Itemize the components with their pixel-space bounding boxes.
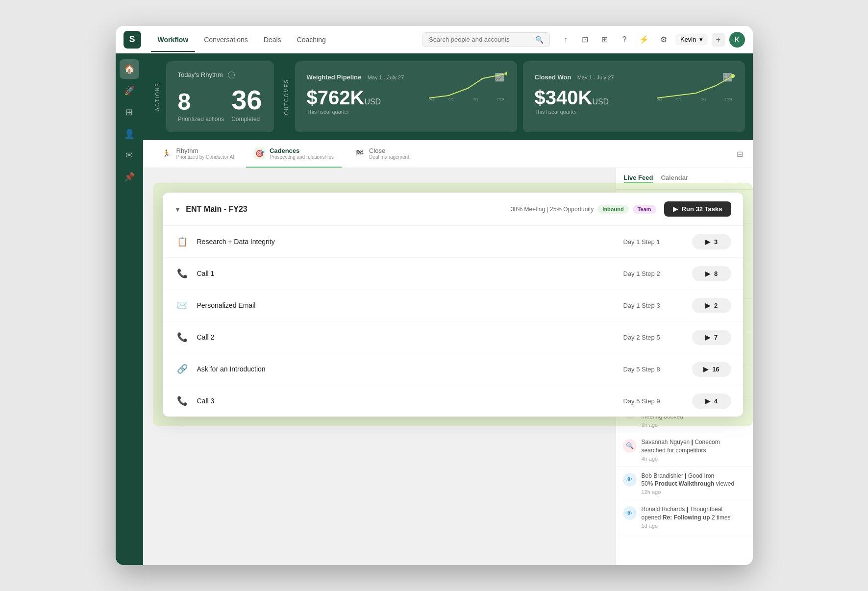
sidebar-rocket[interactable]: 🚀 — [120, 81, 139, 100]
tab-rhythm[interactable]: 🏃 Rhythm Prioritized by Conductor AI — [153, 140, 242, 168]
main-content: ▼ ENT Main - FY23 38% Meeting | 25% Oppo… — [143, 168, 616, 565]
tab-rhythm-label: Rhythm — [176, 147, 234, 154]
svg-text:7/1: 7/1 — [701, 97, 707, 100]
feed-title-8: Bob Brandishier | Good Iron 50% Product … — [642, 472, 746, 489]
tab-close-subtitle: Deal management — [369, 154, 409, 160]
nav-workflow[interactable]: Workflow — [151, 32, 196, 48]
bolt-icon[interactable]: ⚡ — [636, 32, 652, 48]
nav-deals[interactable]: Deals — [257, 32, 288, 48]
pipeline-card: Weighted Pipeline May 1 - July 27 📈 $762… — [295, 61, 517, 132]
chevron-down-icon: ▾ — [699, 36, 703, 43]
research-icon: 📋 — [174, 234, 190, 249]
sidebar-contacts[interactable]: 👤 — [120, 124, 139, 144]
search-bar[interactable]: 🔍 — [422, 32, 550, 47]
cadence-row-call1: 📞 Call 1 Day 1 Step 2 ▶ 8 — [163, 258, 616, 290]
avatar[interactable]: K — [729, 32, 745, 48]
cadence-header: ▼ ENT Main - FY23 38% Meeting | 25% Oppo… — [163, 193, 616, 226]
tabs-row: 🏃 Rhythm Prioritized by Conductor AI 🎯 C… — [143, 140, 753, 168]
cadence-row-call2: 📞 Call 2 Day 2 Step 5 ▶ 7 — [163, 321, 616, 353]
feed-icon-7: 🔍 — [623, 439, 637, 453]
feed-time-7: 4h ago — [642, 456, 746, 462]
closed-won-unit: USD — [592, 98, 609, 106]
closed-won-date: May 1 - July 27 — [577, 74, 614, 80]
tab-live-feed[interactable]: Live Feed — [624, 174, 653, 183]
tabs-right: ⊟ — [737, 149, 743, 159]
live-feed-tabs: Live Feed Calendar — [616, 168, 753, 190]
pipeline-chart: 5/1 6/1 7/1 7/29 — [429, 71, 507, 100]
filter-icon[interactable]: ⊟ — [737, 149, 743, 159]
pipeline-amount-unit: USD — [364, 98, 381, 106]
svg-text:5/1: 5/1 — [429, 97, 435, 100]
sidebar-home[interactable]: 🏠 — [120, 59, 139, 79]
feed-time-8: 12h ago — [642, 489, 746, 495]
nav-icons: ↑ ⊡ ⊞ ? ⚡ ⚙ Kevin ▾ + K — [558, 32, 745, 48]
row-name-email: Personalized Email — [197, 301, 616, 309]
row-name-call2: Call 2 — [197, 333, 616, 341]
sidebar-grid[interactable]: ⊞ — [120, 102, 139, 122]
closed-won-card: Closed Won May 1 - July 27 📈 $340KUSD Th… — [523, 61, 745, 132]
feed-content-9: Ronald Richards | Thoughtbeat opened Re:… — [642, 505, 746, 529]
settings-icon[interactable]: ⚙ — [656, 32, 671, 48]
svg-text:7/1: 7/1 — [473, 97, 479, 100]
cadence-row-research: 📋 Research + Data Integrity Day 1 Step 1… — [163, 226, 616, 258]
tab-calendar[interactable]: Calendar — [661, 174, 688, 183]
user-name: Kevin — [680, 36, 696, 43]
svg-text:7/29: 7/29 — [496, 97, 504, 100]
cadence-stats: 38% Meeting | 25% Opportunity Inbound Te… — [511, 205, 615, 214]
cadence-chevron-icon[interactable]: ▼ — [174, 205, 181, 213]
user-menu[interactable]: Kevin ▾ — [675, 34, 708, 45]
nav-coaching[interactable]: Coaching — [290, 32, 333, 48]
feed-item-9: 👁 Ronald Richards | Thoughtbeat opened R… — [616, 500, 753, 534]
svg-point-0 — [505, 72, 507, 75]
search-icon: 🔍 — [535, 36, 544, 44]
completed-count: 36 — [231, 86, 262, 114]
apps-icon[interactable]: ⊞ — [597, 32, 613, 48]
cadence-row-intro: 🔗 Ask for an Introduction Day 5 Step 8 ▶… — [163, 353, 616, 385]
completed-block: 36 Completed — [231, 86, 262, 123]
call3-icon: 📞 — [174, 393, 190, 409]
pipeline-date: May 1 - July 27 — [368, 74, 404, 80]
feed-item-7: 🔍 Savannah Nguyen | Conecom searched for… — [616, 433, 753, 467]
call1-icon: 📞 — [174, 266, 190, 281]
svg-text:6/1: 6/1 — [676, 97, 682, 100]
outcomes-label: OUTCOMES — [280, 79, 289, 115]
main-layout: 🏠 🚀 ⊞ 👤 ✉ 📌 ACTIONS Today's Rhythm i — [116, 53, 753, 565]
svg-text:5/1: 5/1 — [657, 97, 663, 100]
tab-cadences[interactable]: 🎯 Cadences Prospecting and relationships — [246, 140, 342, 168]
nav-conversations[interactable]: Conversations — [197, 32, 255, 48]
tab-cadences-icon: 🎯 — [254, 148, 266, 159]
tab-cadences-subtitle: Prospecting and relationships — [270, 154, 334, 160]
rhythm-numbers: 8 Prioritized actions 36 Completed — [178, 86, 262, 123]
sidebar-pin[interactable]: 📌 — [120, 167, 139, 187]
logo[interactable]: S — [124, 31, 141, 49]
messages-icon[interactable]: ⊡ — [577, 32, 593, 48]
help-icon[interactable]: ? — [617, 32, 632, 48]
search-input[interactable] — [429, 36, 535, 43]
cadence-title-group: ▼ ENT Main - FY23 — [174, 205, 511, 214]
feed-icon-9: 👁 — [623, 506, 637, 520]
prioritized-label: Prioritized actions — [178, 116, 224, 123]
cadence-name: ENT Main - FY23 — [186, 205, 247, 214]
content-area: ACTIONS Today's Rhythm i 8 Prioritized a… — [143, 53, 753, 565]
nav-links: Workflow Conversations Deals Coaching — [151, 32, 415, 48]
actions-label: ACTIONS — [151, 82, 160, 111]
add-button[interactable]: + — [712, 33, 725, 47]
call2-icon: 📞 — [174, 329, 190, 345]
activity-icon[interactable]: ↑ — [558, 32, 573, 48]
feed-title-7: Savannah Nguyen | Conecom searched for c… — [642, 438, 746, 455]
row-name-research: Research + Data Integrity — [197, 238, 616, 246]
prioritized-block: 8 Prioritized actions — [178, 90, 224, 123]
feed-content-7: Savannah Nguyen | Conecom searched for c… — [642, 438, 746, 462]
rhythm-title: Today's Rhythm i — [178, 71, 262, 78]
rhythm-card: Today's Rhythm i 8 Prioritized actions 3… — [166, 61, 274, 132]
tab-close[interactable]: 🏁 Close Deal management — [346, 140, 417, 168]
cadence-modal: ▼ ENT Main - FY23 38% Meeting | 25% Oppo… — [163, 193, 616, 417]
feed-title-9: Ronald Richards | Thoughtbeat opened Re:… — [642, 505, 746, 522]
sidebar-mail[interactable]: ✉ — [120, 146, 139, 165]
tag-inbound[interactable]: Inbound — [597, 205, 615, 214]
rhythm-info-icon[interactable]: i — [228, 72, 235, 78]
closed-won-subtitle: This fiscal quarter — [535, 109, 733, 115]
closed-won-title: Closed Won — [535, 74, 571, 81]
row-name-call1: Call 1 — [197, 270, 616, 277]
top-nav: S Workflow Conversations Deals Coaching … — [116, 26, 753, 53]
